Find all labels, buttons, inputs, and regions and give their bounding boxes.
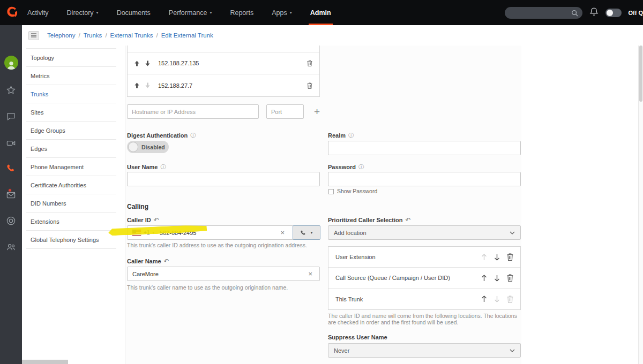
info-icon[interactable]: ⓘ	[160, 163, 166, 171]
chevron-down-icon: ▾	[152, 231, 154, 235]
notifications-bell-icon[interactable]	[589, 7, 599, 19]
telephony-sidebar: Topology Metrics Trunks Sites Edge Group…	[22, 46, 125, 364]
nav-item-activity[interactable]: Activity	[27, 0, 49, 25]
sidebar-item-did-numbers[interactable]: DID Numbers	[26, 194, 116, 213]
hostname-input[interactable]	[127, 104, 259, 119]
clear-caller-id-button[interactable]: ×	[277, 228, 288, 237]
sip-server-address: 152.188.27.135	[158, 60, 199, 66]
caller-name-input[interactable]	[127, 267, 320, 281]
caller-id-input[interactable]: +1 ▾ 562-684-2495 ×	[127, 225, 293, 240]
info-icon[interactable]: ⓘ	[190, 132, 196, 139]
breadcrumb-trunks[interactable]: Trunks	[84, 32, 102, 39]
nav-item-apps[interactable]: Apps▾	[272, 0, 292, 25]
revert-icon[interactable]: ↶	[164, 257, 169, 265]
favorites-star-icon[interactable]	[0, 85, 22, 95]
sip-server-row: 152.188.27.7	[128, 74, 319, 96]
revert-icon[interactable]: ↶	[405, 216, 410, 224]
delete-button	[507, 295, 513, 303]
move-up-button[interactable]	[481, 295, 487, 302]
chevron-down-icon: ▾	[310, 230, 312, 235]
chevron-down-icon: ▾	[96, 10, 99, 15]
realm-input[interactable]	[328, 141, 521, 155]
icon-rail	[0, 25, 22, 364]
move-up-button[interactable]	[134, 82, 139, 88]
sidebar-item-phone-management[interactable]: Phone Management	[26, 158, 116, 176]
user-name-label: User Nameⓘ	[127, 163, 166, 171]
chevron-down-icon: ▾	[290, 10, 292, 15]
delete-server-button[interactable]	[307, 60, 312, 66]
sidebar-item-certificate-authorities[interactable]: Certificate Authorities	[26, 176, 116, 194]
nav-item-documents[interactable]: Documents	[117, 0, 151, 25]
realm-label: Realmⓘ	[328, 132, 354, 139]
suppress-user-name-select[interactable]: Never	[328, 343, 521, 358]
dial-code[interactable]: +1	[144, 230, 149, 236]
breadcrumb: Telephony / Trunks / External Trunks / E…	[47, 32, 213, 39]
move-down-button[interactable]	[145, 60, 150, 66]
genesys-logo-icon	[6, 6, 18, 19]
priority-row-label: User Extension	[335, 254, 376, 260]
sidebar-item-edges[interactable]: Edges	[26, 140, 116, 158]
cutoff-row	[128, 46, 319, 52]
sidebar-item-global-telephony-settings[interactable]: Global Telephony Settings	[26, 231, 116, 249]
chat-icon[interactable]	[0, 111, 22, 122]
sidebar-item-edge-groups[interactable]: Edge Groups	[26, 122, 116, 140]
calling-section-heading: Calling	[127, 203, 148, 210]
prioritized-selection-help-text: The caller ID and name will come from th…	[328, 313, 519, 325]
revert-icon[interactable]: ↶	[154, 216, 159, 224]
caller-id-value: 562-684-2495	[160, 230, 197, 236]
move-up-button[interactable]	[481, 275, 487, 282]
inbox-icon[interactable]	[0, 190, 22, 200]
sidebar-item-topology[interactable]: Topology	[26, 49, 116, 67]
sidebar-item-sites[interactable]: Sites	[26, 103, 116, 122]
breadcrumb-separator: /	[105, 32, 107, 39]
move-down-button[interactable]	[494, 275, 500, 282]
priority-location-list: User Extension Call Source (Queue / Camp…	[328, 246, 521, 310]
nav-item-admin[interactable]: Admin	[310, 0, 331, 25]
toggle-state-label: Disabled	[141, 144, 165, 150]
info-icon[interactable]: ⓘ	[358, 163, 364, 171]
sidebar-item-extensions[interactable]: Extensions	[26, 213, 116, 231]
app-root: Activity Directory▾ Documents Performanc…	[0, 0, 643, 364]
caller-id-type-button[interactable]: ▾	[293, 225, 320, 240]
support-lifebuoy-icon[interactable]	[0, 216, 22, 226]
scrollbar-thumb[interactable]	[639, 46, 642, 102]
nav-item-reports[interactable]: Reports	[230, 0, 253, 25]
toggle-knob	[607, 10, 613, 16]
sidebar-item-trunks[interactable]: Trunks	[26, 85, 116, 103]
info-icon[interactable]: ⓘ	[348, 132, 354, 139]
add-location-select[interactable]: Add location	[328, 225, 521, 240]
menu-button[interactable]	[28, 31, 39, 40]
delete-button[interactable]	[507, 274, 513, 282]
people-icon[interactable]	[0, 242, 22, 252]
phone-icon[interactable]	[0, 163, 22, 173]
global-search	[505, 7, 582, 19]
show-password-checkbox[interactable]	[328, 189, 334, 194]
move-down-button[interactable]	[494, 254, 500, 261]
nav-item-directory[interactable]: Directory▾	[67, 0, 99, 25]
clear-caller-name-button[interactable]: ×	[305, 269, 316, 278]
sip-server-address: 152.188.27.7	[158, 82, 192, 89]
delete-server-button[interactable]	[307, 82, 312, 89]
breadcrumb-external-trunks[interactable]: External Trunks	[110, 32, 153, 39]
sidebar-item-metrics[interactable]: Metrics	[26, 67, 116, 85]
user-name-input[interactable]	[127, 172, 320, 186]
avatar[interactable]	[0, 56, 22, 70]
nav-item-performance[interactable]: Performance▾	[169, 0, 212, 25]
queue-status-toggle[interactable]	[605, 9, 622, 17]
priority-row: Call Source (Queue / Campaign / User DID…	[328, 268, 520, 289]
move-up-button[interactable]	[134, 60, 139, 66]
chevron-down-icon	[510, 231, 515, 234]
vertical-scrollbar[interactable]	[638, 46, 643, 364]
breadcrumb-telephony[interactable]: Telephony	[47, 32, 75, 39]
breadcrumb-edit-external-trunk[interactable]: Edit External Trunk	[161, 32, 213, 39]
caller-id-help-text: This trunk's caller ID address to use as…	[127, 242, 307, 248]
breadcrumb-separator: /	[78, 32, 80, 39]
password-input[interactable]	[328, 172, 521, 186]
suppress-user-name-label: Suppress User Name	[328, 334, 387, 340]
horizontal-scrollbar-thumb[interactable]	[22, 360, 68, 364]
add-server-button[interactable]: +	[311, 106, 323, 117]
delete-button[interactable]	[507, 253, 513, 261]
port-input[interactable]	[266, 104, 304, 119]
digest-authentication-toggle[interactable]: Disabled	[127, 141, 169, 153]
video-icon[interactable]	[0, 138, 22, 148]
